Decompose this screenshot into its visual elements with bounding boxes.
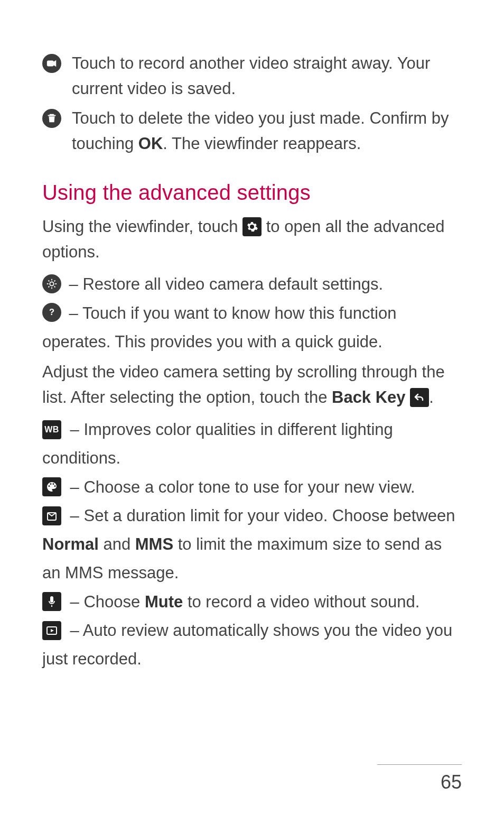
- help-text: – Touch if you want to know how this fun…: [42, 304, 396, 351]
- mute-pre: – Choose: [66, 593, 145, 611]
- svg-point-1: [50, 282, 53, 285]
- section-heading: Using the advanced settings: [42, 181, 462, 205]
- mute-post: to record a video without sound.: [183, 593, 419, 611]
- adjust-tail: .: [429, 388, 434, 406]
- trash-icon: [42, 109, 61, 128]
- intro-item-delete: Touch to delete the video you just made.…: [42, 106, 462, 156]
- intro-item-record-text: Touch to record another video straight a…: [72, 51, 462, 101]
- restore-defaults-icon: [42, 274, 61, 293]
- intro-delete-bold: OK: [138, 134, 163, 153]
- auto-review-row: – Auto review automatically shows you th…: [42, 616, 462, 674]
- color-tone-text: – Choose a color tone to use for your ne…: [66, 478, 415, 496]
- white-balance-text: – Improves color qualities in different …: [42, 420, 393, 467]
- intro-item-record: Touch to record another video straight a…: [42, 51, 462, 101]
- white-balance-icon: WB: [42, 420, 61, 439]
- duration-row: – Set a duration limit for your video. C…: [42, 502, 462, 588]
- adjust-post: [406, 388, 410, 406]
- mute-row: – Choose Mute to record a video without …: [42, 588, 462, 616]
- page-rule: [377, 764, 462, 765]
- advanced-intro: Using the viewfinder, touch to open all …: [42, 214, 462, 265]
- microphone-icon: [42, 592, 61, 611]
- palette-icon: [42, 477, 61, 496]
- auto-review-text: – Auto review automatically shows you th…: [42, 621, 452, 668]
- duration-timer-icon: [42, 506, 61, 525]
- help-row: ? – Touch if you want to know how this f…: [42, 299, 462, 357]
- restore-defaults-row: – Restore all video camera default setti…: [42, 270, 462, 299]
- intro-item-delete-text: Touch to delete the video you just made.…: [72, 106, 462, 156]
- page-number: 65: [441, 771, 462, 793]
- adjust-paragraph: Adjust the video camera setting by scrol…: [42, 359, 462, 410]
- color-tone-row: – Choose a color tone to use for your ne…: [42, 473, 462, 502]
- play-review-icon: [42, 621, 61, 640]
- white-balance-label: WB: [44, 422, 59, 437]
- duration-pre: – Set a duration limit for your video. C…: [66, 506, 455, 525]
- duration-mid: and: [99, 535, 135, 553]
- duration-mms: MMS: [135, 535, 173, 553]
- settings-gear-icon: [242, 217, 262, 236]
- back-key-icon: [410, 388, 429, 407]
- svg-rect-0: [48, 61, 53, 66]
- white-balance-row: WB – Improves color qualities in differe…: [42, 415, 462, 473]
- help-question-icon: ?: [42, 303, 61, 322]
- duration-normal: Normal: [42, 535, 99, 553]
- back-key-bold: Back Key: [332, 388, 406, 406]
- advanced-intro-pre: Using the viewfinder, touch: [42, 217, 242, 236]
- restore-defaults-text: – Restore all video camera default setti…: [64, 275, 383, 293]
- mute-bold: Mute: [145, 593, 183, 611]
- intro-delete-post: . The viewfinder reappears.: [163, 134, 361, 153]
- svg-text:?: ?: [49, 307, 54, 317]
- camcorder-icon: [42, 54, 61, 73]
